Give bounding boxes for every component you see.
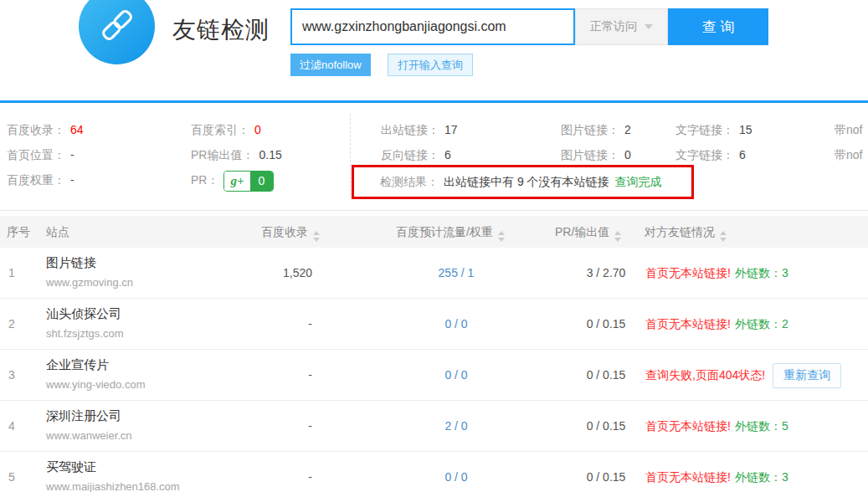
col-header-site: 站点 xyxy=(46,216,69,248)
google-plus-icon: g+ xyxy=(224,172,249,191)
url-input[interactable] xyxy=(290,8,575,45)
site-url: www.gzmoving.cn xyxy=(46,276,133,289)
col-header-shoulu-sort[interactable]: 百度收录 xyxy=(226,216,320,248)
site-title-link[interactable]: 买驾驶证 xyxy=(46,459,180,475)
link-status-cell: 首页无本站链接! 外链数：3 xyxy=(645,248,788,299)
row-number: 2 xyxy=(8,299,15,350)
stat-pr: PR：g+0 xyxy=(191,167,282,192)
baidu-shoulu-value: - xyxy=(226,350,312,401)
site-title-link[interactable]: 深圳注册公司 xyxy=(46,408,132,424)
result-text: 出站链接中有 9 个没有本站链接 xyxy=(444,175,609,190)
link-status-cell: 首页无本站链接! 外链数：3 xyxy=(645,452,788,492)
chain-link-icon xyxy=(98,6,136,48)
page-title: 友链检测 xyxy=(172,14,270,46)
retry-query-button[interactable]: 重新查询 xyxy=(773,363,841,388)
site-cell: 企业宣传片 www.ying-viedo.com xyxy=(46,357,146,391)
table-row: 2 汕头侦探公司 sht.fzsjztgs.com - 0 / 0 0 / 0.… xyxy=(0,299,868,350)
status-alert: 首页无本站链接! xyxy=(645,317,731,332)
site-cell: 深圳注册公司 www.wanweier.cn xyxy=(46,408,132,442)
baidu-shoulu-value: - xyxy=(226,401,312,452)
access-mode-value: 正常访问 xyxy=(590,19,637,34)
stat-baidu-quanzhong: 百度权重：- xyxy=(7,167,84,192)
app-logo xyxy=(79,0,155,64)
sort-icon xyxy=(313,231,320,242)
stat-text-links-1: 文字链接：15 xyxy=(675,117,752,142)
status-alert: 首页无本站链接! xyxy=(645,419,731,434)
sort-icon xyxy=(498,231,505,242)
traffic-weight-link[interactable]: 0 / 0 xyxy=(381,299,532,350)
site-cell: 汕头侦探公司 sht.fzsjztgs.com xyxy=(46,306,123,340)
filter-nofollow-button[interactable]: 过滤nofollow xyxy=(290,54,371,76)
stats-bottom-divider xyxy=(0,210,868,211)
col-header-pr-sort[interactable]: PR/输出值 xyxy=(555,216,621,248)
stats-dashed-divider xyxy=(350,114,351,196)
row-number: 4 xyxy=(8,401,15,452)
row-number: 3 xyxy=(8,350,15,401)
site-cell: 图片链接 www.gzmoving.cn xyxy=(46,255,133,289)
site-url: www.maijiashizhen168.com xyxy=(46,480,180,492)
status-alert: 查询失败,页面404状态! xyxy=(645,368,765,383)
stat-outbound: 出站链接：17 xyxy=(381,117,458,142)
baidu-shoulu-value: - xyxy=(226,452,312,492)
table-row: 5 买驾驶证 www.maijiashizhen168.com - 0 / 0 … xyxy=(0,452,868,492)
stat-backlink: 反向链接：6 xyxy=(381,142,458,167)
traffic-weight-link[interactable]: 0 / 0 xyxy=(381,350,532,401)
col-header-status-sort[interactable]: 对方友链情况 xyxy=(645,216,727,248)
baidu-shoulu-value: - xyxy=(226,299,312,350)
table-row: 1 图片链接 www.gzmoving.cn 1,520 255 / 1 3 /… xyxy=(0,248,868,299)
result-label: 检测结果： xyxy=(380,175,439,190)
query-complete-link[interactable]: 查询完成 xyxy=(615,175,662,190)
stats-column-4: 图片链接：2 图片链接：0 xyxy=(561,117,631,167)
site-title-link[interactable]: 汕头侦探公司 xyxy=(46,306,123,322)
stat-image-links-2: 图片链接：0 xyxy=(561,142,631,167)
link-status-cell: 首页无本站链接! 外链数：2 xyxy=(645,299,788,350)
traffic-weight-link[interactable]: 255 / 1 xyxy=(381,248,532,299)
site-title-link[interactable]: 企业宣传片 xyxy=(46,357,146,373)
link-status-cell: 查询失败,页面404状态! 重新查询 xyxy=(645,350,841,401)
stat-image-links-1: 图片链接：2 xyxy=(561,117,631,142)
sort-icon xyxy=(614,231,621,242)
row-number: 5 xyxy=(8,452,15,492)
outlink-count: 外链数：3 xyxy=(735,470,788,485)
site-url: www.wanweier.cn xyxy=(46,429,132,442)
stats-column-5: 文字链接：15 文字链接：6 xyxy=(675,117,752,167)
col-header-traffic-sort[interactable]: 百度预计流量/权重 xyxy=(396,216,505,248)
stat-shouye-weizhi: 首页位置：- xyxy=(7,142,84,167)
link-status-cell: 首页无本站链接! 外链数：5 xyxy=(645,401,788,452)
stats-column-1: 百度收录：64 首页位置：- 百度权重：- xyxy=(7,117,84,192)
query-button[interactable]: 查 询 xyxy=(668,8,768,45)
baidu-shoulu-value: 1,520 xyxy=(226,248,312,299)
outlink-count: 外链数：2 xyxy=(735,317,788,332)
table-header: 序号 站点 百度收录 百度预计流量/权重 PR/输出值 对方友链情况 xyxy=(0,216,868,248)
col-header-seq: 序号 xyxy=(7,216,30,248)
table-row: 3 企业宣传片 www.ying-viedo.com - 0 / 0 0 / 0… xyxy=(0,350,868,401)
sort-icon xyxy=(720,231,727,242)
table-row: 4 深圳注册公司 www.wanweier.cn - 2 / 0 0 / 0.1… xyxy=(0,401,868,452)
stat-nofollow-2: 带nof xyxy=(835,142,868,167)
row-number: 1 xyxy=(8,248,15,299)
stats-column-2: 百度索引：0 PR输出值：0.15 PR：g+0 xyxy=(191,117,282,192)
outlink-count: 外链数：3 xyxy=(735,266,788,281)
stats-column-3: 出站链接：17 反向链接：6 xyxy=(381,117,458,167)
status-alert: 首页无本站链接! xyxy=(645,470,731,485)
traffic-weight-link[interactable]: 0 / 0 xyxy=(381,452,532,492)
stat-baidu-suoyin: 百度索引：0 xyxy=(191,117,282,142)
pagerank-badge: g+0 xyxy=(223,171,274,192)
header-divider xyxy=(0,100,868,103)
site-url: sht.fzsjztgs.com xyxy=(46,327,123,340)
stat-text-links-2: 文字链接：6 xyxy=(675,142,752,167)
status-alert: 首页无本站链接! xyxy=(645,266,731,281)
stats-column-6-clipped: 带nof 带nof xyxy=(835,117,868,167)
site-title-link[interactable]: 图片链接 xyxy=(46,255,133,271)
detection-result-box: 检测结果： 出站链接中有 9 个没有本站链接 查询完成 xyxy=(352,165,694,199)
chevron-down-icon xyxy=(645,24,653,29)
access-mode-dropdown[interactable]: 正常访问 xyxy=(575,8,668,45)
stat-baidu-shoulu: 百度收录：64 xyxy=(7,117,84,142)
stat-pr-output: PR输出值：0.15 xyxy=(191,142,282,167)
site-url: www.ying-viedo.com xyxy=(46,378,146,391)
traffic-weight-link[interactable]: 2 / 0 xyxy=(381,401,532,452)
outlink-count: 外链数：5 xyxy=(735,419,788,434)
open-input-query-button[interactable]: 打开输入查询 xyxy=(388,54,473,76)
stat-nofollow-1: 带nof xyxy=(835,117,868,142)
site-cell: 买驾驶证 www.maijiashizhen168.com xyxy=(46,459,180,492)
